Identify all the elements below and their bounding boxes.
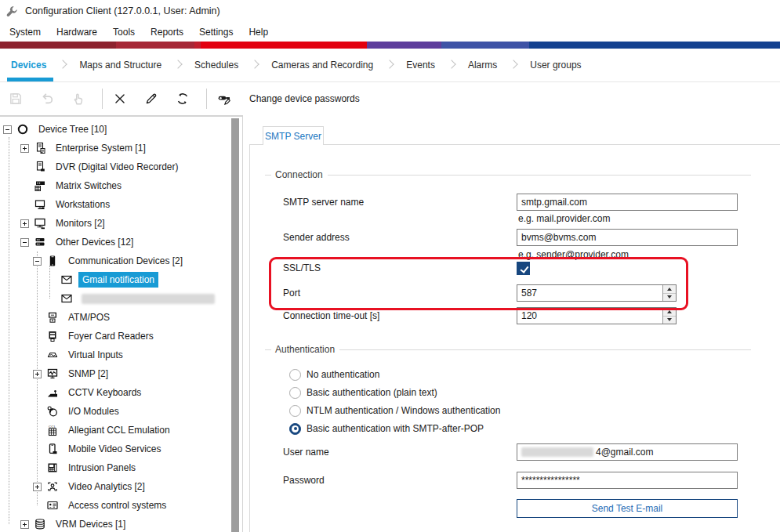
user-name-visible-value: 4@gmail.com bbox=[596, 447, 654, 458]
tree-item-cctv-keyboards[interactable]: CCTV Keyboards bbox=[0, 383, 230, 402]
tree-item-mobile-video-services[interactable]: Mobile Video Services bbox=[0, 440, 230, 458]
send-test-email-button[interactable]: Send Test E-mail bbox=[517, 499, 738, 518]
save-icon bbox=[9, 92, 23, 105]
tree-item-i-o-modules[interactable]: I/O Modules bbox=[0, 402, 230, 421]
radio-basic-authentication-plain-text[interactable] bbox=[289, 387, 301, 399]
nav-tab-events[interactable]: Events bbox=[406, 49, 435, 81]
communication-device-icon bbox=[45, 255, 60, 267]
tree-item-monitors-2[interactable]: Monitors [2] bbox=[0, 214, 230, 233]
mobile-video-icon bbox=[45, 443, 60, 455]
user-name-input[interactable]: 4@gmail.com bbox=[517, 443, 738, 461]
menu-hardware[interactable]: Hardware bbox=[49, 24, 105, 40]
activate-button[interactable] bbox=[69, 87, 93, 110]
port-spinner bbox=[662, 285, 676, 301]
pencil-icon bbox=[144, 92, 158, 105]
other-devices-icon bbox=[33, 236, 47, 248]
sender-address-input[interactable]: bvms@bvms.com bbox=[517, 229, 738, 246]
spin-down-button[interactable] bbox=[663, 294, 676, 302]
radio-no-authentication[interactable] bbox=[289, 369, 301, 381]
change-passwords-label: Change device passwords bbox=[249, 93, 360, 104]
nav-tab-user-groups[interactable]: User groups bbox=[530, 49, 581, 81]
card-reader-icon bbox=[45, 330, 60, 342]
port-input[interactable]: 587 bbox=[517, 284, 677, 302]
virtual-inputs-icon bbox=[45, 349, 60, 361]
expander-collapsed-icon[interactable] bbox=[20, 520, 29, 529]
password-input[interactable]: **************** bbox=[517, 472, 738, 489]
undo-button[interactable] bbox=[38, 87, 61, 110]
menu-system[interactable]: System bbox=[2, 24, 49, 40]
toolbar-separator bbox=[206, 89, 207, 109]
reload-button[interactable] bbox=[173, 87, 197, 110]
radio-basic-authentication-with-smtp-after-pop[interactable] bbox=[289, 423, 301, 435]
stripe-segment bbox=[0, 42, 116, 49]
nav-tabbar: DevicesMaps and StructureSchedulesCamera… bbox=[0, 49, 780, 82]
menu-tools[interactable]: Tools bbox=[105, 24, 143, 40]
envelope-icon bbox=[60, 292, 74, 305]
tree-item-enterprise-system-1[interactable]: Enterprise System [1] bbox=[0, 139, 230, 157]
tree-item-foyer-card-readers[interactable]: Foyer Card Readers bbox=[0, 327, 230, 346]
smtp-server-name-input[interactable]: smtp.gmail.com bbox=[517, 194, 738, 211]
tree-item-label: CCTV Keyboards bbox=[64, 385, 145, 400]
tree-item-snmp-2[interactable]: SNMP [2] bbox=[0, 364, 230, 383]
rename-button[interactable] bbox=[142, 87, 165, 110]
menu-settings[interactable]: Settings bbox=[191, 24, 241, 40]
tree-scrollbar-thumb[interactable] bbox=[231, 118, 239, 532]
tree-item-intrusion-panels[interactable]: Intrusion Panels bbox=[0, 458, 230, 477]
menu-help[interactable]: Help bbox=[241, 24, 276, 40]
tree-scrollbar[interactable] bbox=[231, 118, 239, 532]
expander-expanded-icon[interactable] bbox=[33, 257, 42, 266]
change-device-passwords-button[interactable] bbox=[215, 87, 238, 110]
expander-expanded-icon[interactable] bbox=[20, 238, 29, 247]
expander-collapsed-icon[interactable] bbox=[20, 144, 29, 153]
delete-button[interactable] bbox=[111, 87, 134, 110]
tree-item-matrix-switches[interactable]: Matrix Switches bbox=[0, 176, 230, 195]
tree-item-virtual-inputs[interactable]: Virtual Inputs bbox=[0, 346, 230, 364]
nav-tab-devices[interactable]: Devices bbox=[11, 49, 46, 81]
nav-tab-cameras-and-recording[interactable]: Cameras and Recording bbox=[271, 49, 373, 81]
nav-tab-schedules[interactable]: Schedules bbox=[194, 49, 238, 81]
atm-pos-icon bbox=[45, 311, 60, 324]
nav-tab-alarms[interactable]: Alarms bbox=[468, 49, 497, 81]
user-name-label: User name bbox=[283, 443, 329, 461]
expander-collapsed-icon[interactable] bbox=[33, 483, 42, 491]
tree-item-dvr-digital-video-recorder[interactable]: DVR (Digital Video Recorder) bbox=[0, 157, 230, 176]
radio-ntlm-authentication-windows-authentication[interactable] bbox=[289, 405, 301, 417]
matrix-switches-icon bbox=[33, 179, 47, 192]
tree-item-access-control-systems[interactable]: Access control systems bbox=[0, 496, 230, 515]
tree-item-workstations[interactable]: Workstations bbox=[0, 195, 230, 214]
toolbar-separator bbox=[102, 89, 103, 109]
tree-item-allegiant-ccl-emulation[interactable]: CCLAllegiant CCL Emulation bbox=[0, 421, 230, 440]
tree-item-atm-pos[interactable]: ATM/POS bbox=[0, 308, 230, 327]
tree-item-device-tree-10[interactable]: Device Tree [10] bbox=[0, 120, 230, 139]
tree-item-other-devices-12[interactable]: Other Devices [12] bbox=[0, 233, 230, 252]
tree-item-label: Mobile Video Services bbox=[64, 441, 165, 457]
spin-up-button[interactable] bbox=[663, 285, 676, 294]
sender-address-label: Sender address bbox=[283, 229, 350, 246]
tree-item-vrm-devices-1[interactable]: VRM Devices [1] bbox=[0, 515, 230, 532]
ssl-tls-checkbox[interactable] bbox=[517, 262, 530, 275]
delete-x-icon bbox=[113, 92, 127, 105]
tree-item-gmail-notification[interactable]: Gmail notification bbox=[0, 270, 230, 289]
timeout-input[interactable]: 120 bbox=[517, 307, 677, 324]
spin-down-button[interactable] bbox=[663, 317, 676, 324]
access-control-icon bbox=[45, 499, 60, 512]
save-button[interactable] bbox=[6, 87, 30, 110]
smtp-server-tab-label: SMTP Server bbox=[265, 131, 321, 142]
expander-collapsed-icon[interactable] bbox=[20, 219, 29, 228]
tree-item-label: Video Analytics [2] bbox=[64, 479, 149, 494]
monitor-icon bbox=[33, 217, 47, 230]
svg-text:CCL: CCL bbox=[49, 425, 56, 429]
tree-item-label: Other Devices [12] bbox=[52, 234, 137, 250]
chevron-right-icon bbox=[510, 60, 518, 68]
port-label: Port bbox=[283, 284, 300, 302]
expander-collapsed-icon[interactable] bbox=[33, 370, 42, 378]
tree-item-communication-devices-2[interactable]: Communication Devices [2] bbox=[0, 252, 230, 270]
spin-up-button[interactable] bbox=[663, 308, 676, 317]
menu-reports[interactable]: Reports bbox=[143, 24, 191, 40]
port-value: 587 bbox=[521, 285, 662, 301]
expander-expanded-icon[interactable] bbox=[3, 125, 12, 134]
tree-item-video-analytics-2[interactable]: Video Analytics [2] bbox=[0, 477, 230, 496]
tree-item-redacted[interactable] bbox=[0, 289, 230, 308]
nav-tab-maps-and-structure[interactable]: Maps and Structure bbox=[79, 49, 161, 81]
smtp-server-tab[interactable]: SMTP Server bbox=[263, 126, 324, 145]
